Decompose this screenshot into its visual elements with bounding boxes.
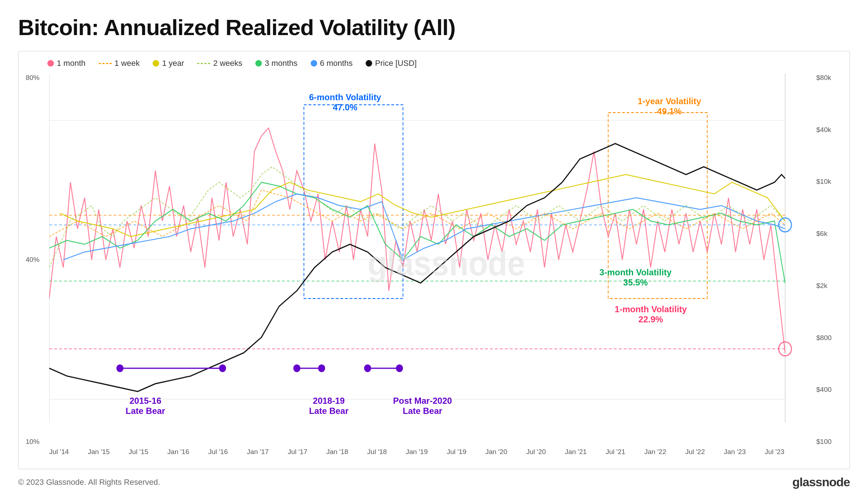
x-label-jan19: Jan '19 bbox=[406, 448, 428, 456]
legend-color-1year bbox=[153, 60, 159, 67]
x-label-jan20: Jan '20 bbox=[485, 448, 507, 456]
x-label-jan16: Jan '16 bbox=[167, 448, 190, 456]
footer: © 2023 Glassnode. All Rights Reserved. g… bbox=[18, 469, 850, 489]
svg-point-16 bbox=[318, 364, 325, 372]
legend-color-2weeks bbox=[197, 63, 210, 64]
glassnode-logo: glassnode bbox=[792, 475, 850, 489]
x-label-jan18: Jan '18 bbox=[326, 448, 348, 456]
legend-label-1week: 1 week bbox=[115, 59, 140, 68]
chart-svg: glassnode bbox=[49, 74, 813, 446]
page-container: Bitcoin: Annualized Realized Volatility … bbox=[0, 0, 868, 500]
svg-rect-10 bbox=[608, 113, 707, 298]
legend-color-price bbox=[366, 60, 372, 67]
copyright: © 2023 Glassnode. All Rights Reserved. bbox=[18, 478, 160, 487]
x-label-jul15: Jul '15 bbox=[129, 448, 148, 456]
x-label-jan17: Jan '17 bbox=[247, 448, 269, 456]
chart-container: 1 month 1 week 1 year 2 weeks 3 months 6… bbox=[18, 51, 850, 469]
x-label-jan15: Jan '15 bbox=[88, 448, 110, 456]
y-right-400: $400 bbox=[816, 386, 831, 394]
x-label-jul21: Jul '21 bbox=[606, 448, 625, 456]
legend-item-price: Price [USD] bbox=[366, 59, 417, 68]
y-left-80: 80% bbox=[26, 74, 49, 82]
svg-text:glassnode: glassnode bbox=[367, 243, 525, 283]
y-axis-left: 80% 40% 10% bbox=[26, 74, 49, 462]
y-right-800: $800 bbox=[816, 334, 831, 342]
y-left-10: 10% bbox=[26, 438, 49, 446]
x-label-jul19: Jul '19 bbox=[447, 448, 466, 456]
y-axis-right: $80k $40k $10k $6k $2k $800 $400 $100 bbox=[813, 74, 842, 462]
legend-item-1week: 1 week bbox=[99, 59, 140, 68]
legend-color-6months bbox=[311, 60, 317, 67]
svg-point-18 bbox=[364, 364, 371, 372]
legend-color-3months bbox=[255, 60, 262, 67]
svg-point-12 bbox=[116, 364, 124, 372]
y-left-40: 40% bbox=[26, 256, 49, 264]
legend-label-1month: 1 month bbox=[57, 59, 86, 68]
legend-label-3months: 3 months bbox=[265, 59, 298, 68]
x-label-jan22: Jan '22 bbox=[644, 448, 667, 456]
y-right-6k: $6k bbox=[816, 230, 827, 238]
chart-plot-area: glassnode 6-month Volatility 47.0% 1-yea… bbox=[49, 74, 813, 446]
svg-point-15 bbox=[293, 364, 301, 372]
legend-label-2weeks: 2 weeks bbox=[213, 59, 242, 68]
y-right-10k: $10k bbox=[816, 178, 831, 186]
x-label-jan21: Jan '21 bbox=[565, 448, 587, 456]
x-label-jul14: Jul '14 bbox=[49, 448, 69, 456]
legend-item-6months: 6 months bbox=[311, 59, 353, 68]
legend-item-1month: 1 month bbox=[47, 59, 86, 68]
y-right-40k: $40k bbox=[816, 126, 831, 134]
x-axis: Jul '14 Jan '15 Jul '15 Jan '16 Jul '16 … bbox=[49, 446, 813, 462]
legend-color-1month bbox=[47, 60, 54, 67]
x-label-jul23: Jul '23 bbox=[765, 448, 784, 456]
x-label-jul17: Jul '17 bbox=[288, 448, 307, 456]
y-right-2k: $2k bbox=[816, 282, 827, 290]
y-right-100: $100 bbox=[816, 438, 831, 446]
svg-point-13 bbox=[219, 364, 226, 372]
chart-legend: 1 month 1 week 1 year 2 weeks 3 months 6… bbox=[26, 59, 842, 68]
legend-color-1week bbox=[99, 63, 112, 64]
legend-label-6months: 6 months bbox=[320, 59, 353, 68]
legend-item-3months: 3 months bbox=[255, 59, 298, 68]
page-title: Bitcoin: Annualized Realized Volatility … bbox=[18, 14, 850, 40]
x-label-jul16: Jul '16 bbox=[208, 448, 228, 456]
svg-point-19 bbox=[396, 364, 403, 372]
x-label-jul22: Jul '22 bbox=[685, 448, 705, 456]
y-right-80k: $80k bbox=[816, 74, 831, 82]
x-label-jul20: Jul '20 bbox=[526, 448, 546, 456]
legend-label-1year: 1 year bbox=[162, 59, 184, 68]
legend-label-price: Price [USD] bbox=[375, 59, 417, 68]
legend-item-1year: 1 year bbox=[153, 59, 184, 68]
legend-item-2weeks: 2 weeks bbox=[197, 59, 242, 68]
x-label-jul18: Jul '18 bbox=[367, 448, 387, 456]
x-label-jan23: Jan '23 bbox=[724, 448, 746, 456]
